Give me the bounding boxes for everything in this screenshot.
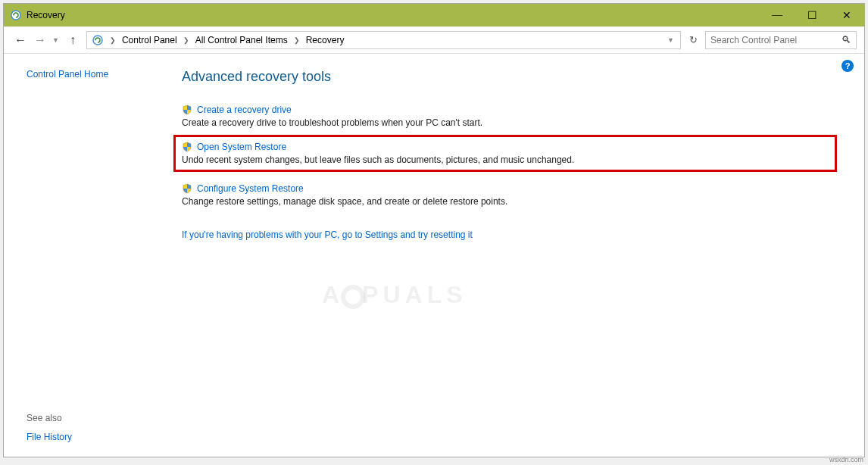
tool-open-system-restore: Open System Restore Undo recent system c… <box>173 135 837 172</box>
crumb-sep-icon[interactable]: ❯ <box>291 36 303 44</box>
see-also-label: See also <box>27 413 72 423</box>
content-area: Control Panel Home See also File History… <box>4 54 864 457</box>
control-panel-home-link[interactable]: Control Panel Home <box>27 67 167 81</box>
main-panel: ? Advanced recovery tools Create a recov… <box>167 54 864 457</box>
tool-create-recovery-drive: Create a recovery drive Create a recover… <box>182 105 837 128</box>
attribution: wsxdn.com <box>829 456 863 463</box>
control-panel-icon <box>92 34 104 46</box>
search-box[interactable]: 🔍︎ <box>705 31 857 49</box>
app-icon <box>10 9 22 21</box>
address-bar[interactable]: ❯ Control Panel ❯ All Control Panel Item… <box>86 31 681 49</box>
toolbar: ← → ▼ ↑ ❯ Control Panel ❯ All Control Pa… <box>4 27 864 54</box>
up-button[interactable]: ↑ <box>64 31 82 49</box>
tool-configure-system-restore: Configure System Restore Change restore … <box>182 183 837 207</box>
search-icon[interactable]: 🔍︎ <box>841 34 851 45</box>
svg-point-0 <box>11 11 20 20</box>
tool-description: Undo recent system changes, but leave fi… <box>182 154 829 165</box>
breadcrumb-item[interactable]: Control Panel <box>119 35 180 45</box>
back-button[interactable]: ← <box>11 31 30 49</box>
reset-pc-link[interactable]: If you're having problems with your PC, … <box>182 229 837 240</box>
page-heading: Advanced recovery tools <box>182 69 837 85</box>
window-controls: — ☐ ✕ <box>760 4 864 27</box>
breadcrumb-item[interactable]: All Control Panel Items <box>192 35 291 45</box>
minimize-button[interactable]: — <box>760 4 795 27</box>
window-frame: Recovery — ☐ ✕ ← → ▼ ↑ ❯ Control Panel ❯… <box>3 3 865 457</box>
shield-icon <box>182 105 192 115</box>
tool-description: Change restore settings, manage disk spa… <box>182 196 837 207</box>
window-title: Recovery <box>27 10 760 20</box>
open-system-restore-link[interactable]: Open System Restore <box>197 142 286 152</box>
file-history-link[interactable]: File History <box>27 430 72 444</box>
refresh-button[interactable]: ↻ <box>684 31 702 49</box>
title-bar: Recovery — ☐ ✕ <box>4 4 864 27</box>
breadcrumb-item[interactable]: Recovery <box>303 35 348 45</box>
shield-icon <box>182 183 192 194</box>
history-dropdown[interactable]: ▼ <box>52 36 59 44</box>
tool-description: Create a recovery drive to troubleshoot … <box>182 117 837 128</box>
svg-point-2 <box>93 36 102 45</box>
forward-button[interactable]: → <box>31 31 49 49</box>
configure-system-restore-link[interactable]: Configure System Restore <box>197 183 304 194</box>
create-recovery-drive-link[interactable]: Create a recovery drive <box>197 105 292 115</box>
shield-icon <box>182 142 192 152</box>
maximize-button[interactable]: ☐ <box>795 4 829 27</box>
sidebar: Control Panel Home See also File History <box>4 54 167 457</box>
crumb-sep-icon[interactable]: ❯ <box>180 36 192 44</box>
search-input[interactable] <box>710 35 841 45</box>
crumb-sep-icon[interactable]: ❯ <box>107 36 119 44</box>
close-button[interactable]: ✕ <box>829 4 864 27</box>
address-dropdown[interactable]: ▼ <box>667 36 674 44</box>
sidebar-see-also: See also File History <box>27 413 72 443</box>
help-button[interactable]: ? <box>841 60 854 72</box>
